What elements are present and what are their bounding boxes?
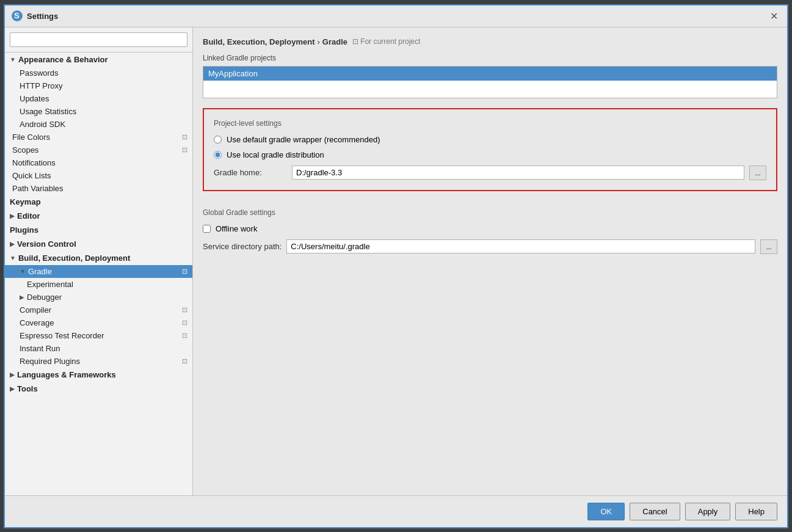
cancel-button[interactable]: Cancel bbox=[630, 503, 680, 520]
linked-projects-box: MyApplication bbox=[203, 66, 777, 98]
close-button[interactable]: ✕ bbox=[766, 9, 781, 23]
arrow-icon: ▶ bbox=[10, 241, 15, 247]
sidebar-item-label: Path Variables bbox=[12, 184, 64, 193]
sidebar-item-editor[interactable]: ▶ Editor bbox=[5, 209, 192, 223]
dialog-title: Settings bbox=[27, 12, 766, 21]
service-dir-row: Service directory path: ... bbox=[203, 239, 777, 254]
arrow-icon: ▶ bbox=[10, 371, 15, 378]
sidebar-item-notifications[interactable]: Notifications bbox=[5, 156, 192, 169]
title-bar: S Settings ✕ bbox=[5, 5, 787, 27]
arrow-icon: ▶ bbox=[10, 385, 15, 392]
sidebar-item-label: Gradle bbox=[28, 267, 52, 276]
linked-project-item[interactable]: MyApplication bbox=[203, 67, 777, 81]
copy-icon: ⊡ bbox=[182, 133, 187, 141]
arrow-icon: ▶ bbox=[10, 213, 15, 219]
sidebar-item-label: Plugins bbox=[10, 225, 38, 235]
svg-text:S: S bbox=[14, 11, 20, 20]
service-dir-input[interactable] bbox=[286, 239, 755, 253]
sidebar-item-experimental[interactable]: Experimental bbox=[5, 278, 192, 291]
sidebar-item-keymap[interactable]: Keymap bbox=[5, 195, 192, 209]
gradle-home-browse-button[interactable]: ... bbox=[749, 166, 766, 180]
search-input[interactable] bbox=[10, 32, 187, 47]
linked-project-empty-row bbox=[203, 81, 777, 98]
offline-work-row: Offline work bbox=[203, 224, 777, 233]
service-dir-browse-button[interactable]: ... bbox=[760, 239, 777, 254]
project-level-box: Project-level settings Use default gradl… bbox=[203, 108, 777, 191]
sidebar-item-label: Appearance & Behavior bbox=[18, 55, 108, 64]
radio-row-default: Use default gradle wrapper (recommended) bbox=[214, 135, 766, 144]
radio-default[interactable] bbox=[214, 136, 222, 144]
project-level-title: Project-level settings bbox=[214, 119, 766, 128]
sidebar-item-label: Tools bbox=[17, 384, 38, 393]
sidebar-item-build-execution[interactable]: ▼ Build, Execution, Deployment bbox=[5, 251, 192, 265]
sidebar-item-passwords[interactable]: Passwords bbox=[5, 67, 192, 79]
radio-default-label[interactable]: Use default gradle wrapper (recommended) bbox=[227, 135, 380, 144]
sidebar-item-label: Languages & Frameworks bbox=[17, 370, 116, 379]
sidebar-item-label: Required Plugins bbox=[20, 357, 80, 366]
breadcrumb: Build, Execution, Deployment › Gradle ⊡ … bbox=[203, 37, 777, 46]
ok-button[interactable]: OK bbox=[587, 503, 625, 520]
sidebar-item-plugins[interactable]: Plugins bbox=[5, 223, 192, 237]
sidebar-item-compiler[interactable]: Compiler ⊡ bbox=[5, 304, 192, 316]
linked-projects-label: Linked Gradle projects bbox=[203, 54, 777, 62]
settings-dialog: S Settings ✕ ▼ Appearance & Behavior Pas… bbox=[4, 4, 788, 528]
sidebar-item-android-sdk[interactable]: Android SDK bbox=[5, 118, 192, 131]
search-bar bbox=[5, 27, 192, 53]
sidebar-item-label: Debugger bbox=[27, 293, 62, 302]
sidebar-item-appearance[interactable]: ▼ Appearance & Behavior bbox=[5, 53, 192, 67]
sidebar-item-http-proxy[interactable]: HTTP Proxy bbox=[5, 79, 192, 92]
sidebar-item-instant-run[interactable]: Instant Run bbox=[5, 342, 192, 355]
sidebar-item-label: Android SDK bbox=[20, 120, 65, 129]
breadcrumb-current: Gradle bbox=[322, 37, 347, 46]
offline-work-label[interactable]: Offline work bbox=[216, 224, 257, 233]
content-area: Build, Execution, Deployment › Gradle ⊡ … bbox=[193, 27, 787, 495]
help-button[interactable]: Help bbox=[735, 503, 777, 520]
radio-local[interactable] bbox=[214, 151, 222, 159]
main-area: ▼ Appearance & Behavior Passwords HTTP P… bbox=[5, 27, 787, 495]
sidebar-item-label: Build, Execution, Deployment bbox=[18, 253, 130, 263]
breadcrumb-path: Build, Execution, Deployment bbox=[203, 37, 314, 46]
sidebar-item-label: Scopes bbox=[12, 145, 38, 155]
footer: OK Cancel Apply Help bbox=[5, 495, 787, 527]
sidebar-item-tools[interactable]: ▶ Tools bbox=[5, 382, 192, 396]
sidebar-item-usage-statistics[interactable]: Usage Statistics bbox=[5, 105, 192, 118]
sidebar-item-label: Instant Run bbox=[20, 344, 60, 353]
copy-icon: ⊡ bbox=[182, 306, 187, 314]
sidebar-item-label: Editor bbox=[17, 211, 40, 220]
sidebar-item-label: Experimental bbox=[27, 280, 73, 289]
sidebar-item-required-plugins[interactable]: Required Plugins ⊡ bbox=[5, 355, 192, 368]
sidebar-item-label: Passwords bbox=[20, 68, 59, 78]
sidebar-item-label: HTTP Proxy bbox=[20, 81, 63, 90]
arrow-icon: ▼ bbox=[10, 56, 16, 63]
arrow-icon: ▼ bbox=[10, 255, 16, 261]
sidebar-item-updates[interactable]: Updates bbox=[5, 92, 192, 105]
gradle-home-row: Gradle home: ... bbox=[214, 166, 766, 180]
sidebar-item-path-variables[interactable]: Path Variables bbox=[5, 182, 192, 195]
sidebar-item-espresso[interactable]: Espresso Test Recorder ⊡ bbox=[5, 329, 192, 342]
copy-icon: ⊡ bbox=[182, 268, 187, 275]
sidebar-item-label: Version Control bbox=[17, 239, 76, 249]
gradle-home-input[interactable] bbox=[292, 166, 744, 180]
radio-local-label[interactable]: Use local gradle distribution bbox=[227, 150, 324, 159]
gradle-home-label: Gradle home: bbox=[214, 168, 287, 177]
sidebar-item-version-control[interactable]: ▶ Version Control bbox=[5, 237, 192, 251]
sidebar-item-coverage[interactable]: Coverage ⊡ bbox=[5, 316, 192, 329]
radio-row-local: Use local gradle distribution bbox=[214, 150, 766, 159]
sidebar-item-label: File Colors bbox=[12, 133, 50, 142]
apply-button[interactable]: Apply bbox=[685, 503, 731, 520]
breadcrumb-separator: › bbox=[317, 37, 319, 46]
arrow-icon: ▶ bbox=[20, 294, 24, 301]
copy-icon: ⊡ bbox=[182, 357, 187, 365]
service-dir-label: Service directory path: bbox=[203, 242, 282, 251]
copy-icon: ⊡ bbox=[182, 332, 187, 340]
sidebar-item-languages-frameworks[interactable]: ▶ Languages & Frameworks bbox=[5, 368, 192, 382]
sidebar-item-label: Updates bbox=[20, 94, 49, 103]
sidebar-item-label: Coverage bbox=[20, 318, 54, 327]
sidebar-item-file-colors[interactable]: File Colors ⊡ bbox=[5, 131, 192, 144]
offline-work-checkbox[interactable] bbox=[203, 225, 211, 233]
sidebar-item-quick-lists[interactable]: Quick Lists bbox=[5, 169, 192, 182]
sidebar-item-gradle[interactable]: ▼ Gradle ⊡ bbox=[5, 265, 192, 278]
sidebar: ▼ Appearance & Behavior Passwords HTTP P… bbox=[5, 27, 193, 495]
sidebar-item-scopes[interactable]: Scopes ⊡ bbox=[5, 144, 192, 156]
sidebar-item-debugger[interactable]: ▶ Debugger bbox=[5, 291, 192, 304]
